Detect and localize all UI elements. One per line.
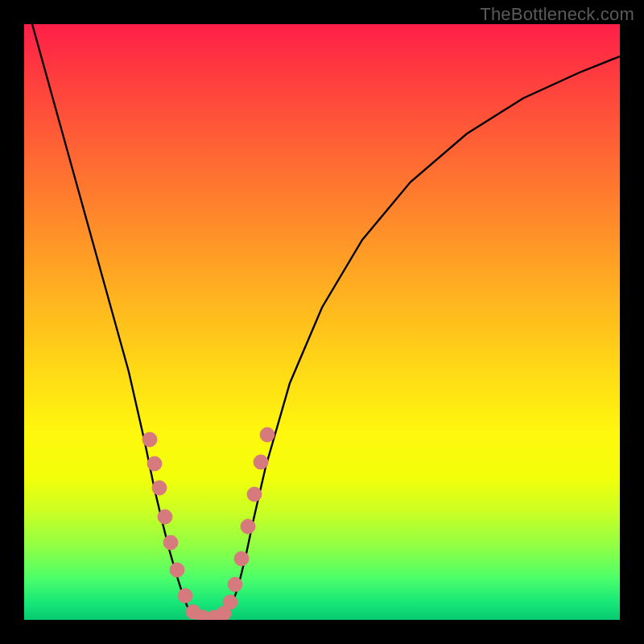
- data-marker: [247, 487, 262, 502]
- data-marker: [170, 563, 184, 577]
- data-marker: [260, 427, 275, 442]
- data-marker: [223, 595, 237, 609]
- data-marker: [234, 551, 249, 566]
- data-marker: [158, 510, 172, 524]
- data-marker: [228, 577, 242, 592]
- data-marker: [147, 456, 162, 471]
- chart-frame: TheBottleneck.com: [0, 0, 644, 644]
- data-marker: [163, 535, 178, 550]
- data-marker: [178, 588, 192, 603]
- plot-area: [24, 24, 620, 620]
- data-marker: [152, 481, 167, 495]
- data-marker: [241, 519, 255, 534]
- data-marker: [142, 432, 157, 447]
- curve-svg: [24, 24, 620, 620]
- data-marker: [254, 455, 268, 469]
- watermark-text: TheBottleneck.com: [480, 4, 634, 25]
- marker-group: [142, 427, 275, 620]
- bottleneck-curve: [32, 24, 620, 618]
